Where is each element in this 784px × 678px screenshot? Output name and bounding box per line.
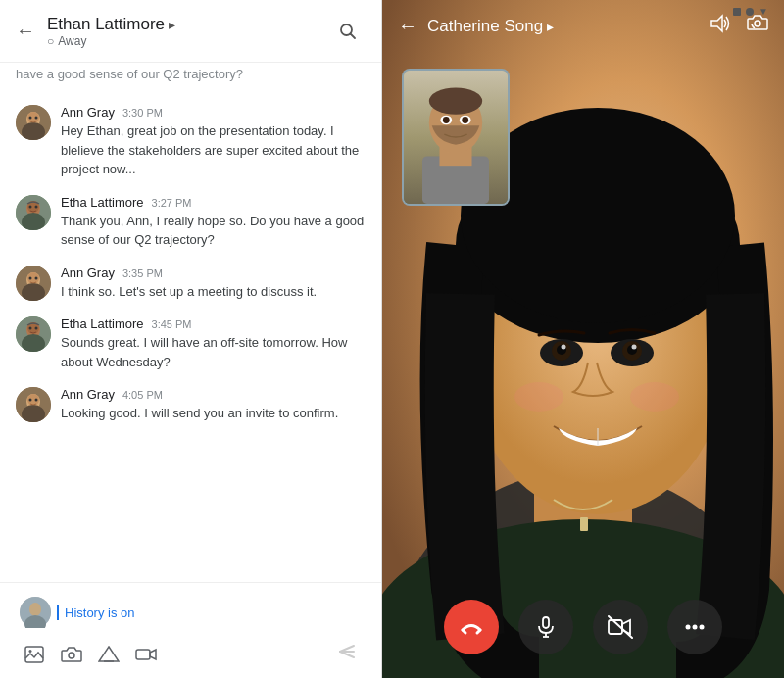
chat-input-area: History is on [0, 582, 381, 678]
chat-panel: ← Ethan Lattimore ▸ ○ Away have a good s… [0, 0, 382, 678]
contact-status: ○ Away [47, 34, 330, 48]
message-text: I think so. Let's set up a meeting to di… [61, 282, 366, 302]
mute-button[interactable] [518, 600, 573, 654]
name-chevron[interactable]: ▸ [169, 17, 175, 32]
chat-messages: Ann Gray 3:30 PM Hey Ethan, great job on… [0, 89, 381, 582]
svg-rect-73 [543, 617, 549, 628]
history-bar: History is on [12, 591, 369, 634]
signal-icon: ▼ [759, 6, 768, 17]
video-off-button[interactable] [593, 600, 648, 654]
avatar [16, 266, 51, 301]
svg-point-79 [686, 625, 691, 630]
video-top-controls [710, 14, 768, 38]
message-content: Ann Gray 3:35 PM I think so. Let's set u… [61, 266, 366, 302]
svg-point-13 [35, 205, 38, 208]
svg-rect-40 [136, 650, 150, 659]
message-content: Ann Gray 3:30 PM Hey Ethan, great job on… [61, 105, 366, 179]
svg-point-66 [429, 87, 482, 114]
svg-point-61 [755, 21, 760, 26]
svg-point-12 [29, 205, 32, 208]
message-meta: Etha Lattimore 3:45 PM [61, 316, 366, 331]
truncated-message: have a good sense of our Q2 trajectory? [0, 63, 381, 89]
svg-point-70 [462, 117, 468, 123]
video-panel: ▼ ← Catherine Song ▸ [382, 0, 784, 678]
avatar [16, 387, 51, 422]
table-row: Etha Lattimore 3:27 PM Thank you, Ann, I… [0, 187, 381, 258]
svg-point-31 [35, 399, 38, 402]
chat-header: ← Ethan Lattimore ▸ ○ Away [0, 0, 381, 63]
svg-rect-59 [580, 517, 588, 531]
svg-line-71 [463, 630, 466, 633]
send-button[interactable] [336, 642, 358, 666]
wifi-icon [746, 8, 754, 16]
message-meta: Ann Gray 4:05 PM [61, 387, 366, 402]
self-view-thumbnail [402, 69, 510, 206]
message-content: Etha Lattimore 3:45 PM Sounds great. I w… [61, 316, 366, 371]
more-options-button[interactable] [667, 600, 722, 654]
battery-icon [733, 8, 741, 16]
message-text: Looking good. I will send you an invite … [61, 404, 366, 423]
message-text: Thank you, Ann, I really hope so. Do you… [61, 212, 366, 250]
message-meta: Ann Gray 3:30 PM [61, 105, 366, 120]
avatar [16, 316, 51, 352]
message-text: Sounds great. I will have an off-site to… [61, 333, 366, 371]
camera-flip-icon[interactable] [747, 14, 768, 38]
table-row: Ann Gray 3:30 PM Hey Ethan, great job on… [0, 97, 381, 187]
svg-point-24 [29, 327, 32, 330]
avatar [16, 105, 51, 140]
chat-toolbar [12, 634, 369, 670]
svg-line-1 [351, 33, 356, 38]
table-row: Ann Gray 3:35 PM I think so. Let's set u… [0, 258, 381, 310]
table-row: Ann Gray 4:05 PM Looking good. I will se… [0, 379, 381, 431]
video-contact-name: Catherine Song ▸ [427, 17, 700, 36]
speaker-icon[interactable] [710, 14, 731, 38]
svg-marker-60 [711, 16, 722, 31]
svg-point-19 [35, 276, 38, 279]
end-call-button[interactable] [444, 600, 499, 654]
contact-name: Ethan Lattimore ▸ [47, 15, 330, 34]
message-meta: Etha Lattimore 3:27 PM [61, 195, 366, 210]
svg-point-6 [29, 117, 32, 120]
svg-point-25 [35, 327, 38, 330]
svg-point-56 [632, 345, 637, 350]
svg-marker-41 [150, 650, 156, 659]
table-row: Etha Lattimore 3:45 PM Sounds great. I w… [0, 309, 381, 379]
svg-point-33 [29, 603, 41, 616]
video-name-chevron[interactable]: ▸ [547, 19, 554, 34]
message-content: Etha Lattimore 3:27 PM Thank you, Ann, I… [61, 195, 366, 250]
svg-point-55 [562, 345, 566, 350]
image-icon[interactable] [24, 644, 45, 665]
back-button[interactable]: ← [16, 20, 35, 42]
svg-point-69 [443, 117, 450, 123]
video-back-button[interactable]: ← [398, 15, 417, 37]
svg-point-80 [693, 625, 698, 630]
video-header: ← Catherine Song ▸ [382, 0, 784, 52]
camera-icon[interactable] [61, 644, 82, 665]
svg-point-37 [69, 653, 74, 658]
status-bar: ▼ [733, 6, 768, 17]
svg-point-57 [514, 382, 564, 412]
svg-point-18 [29, 276, 32, 279]
svg-point-81 [700, 625, 705, 630]
self-view-content [404, 71, 508, 204]
call-controls [382, 600, 784, 654]
video-icon[interactable] [135, 644, 157, 665]
drive-icon[interactable] [98, 644, 120, 665]
svg-point-7 [35, 117, 38, 120]
search-button[interactable] [330, 14, 366, 49]
svg-point-36 [29, 650, 32, 653]
message-text: Hey Ethan, great job on the presentation… [61, 121, 366, 179]
status-symbol: ○ [47, 34, 54, 48]
message-content: Ann Gray 4:05 PM Looking good. I will se… [61, 387, 366, 423]
history-label: History is on [57, 605, 362, 620]
self-view-svg [402, 71, 510, 204]
toolbar-left [24, 644, 157, 665]
svg-point-30 [29, 399, 32, 402]
avatar [16, 195, 51, 230]
chat-header-info: Ethan Lattimore ▸ ○ Away [47, 15, 330, 48]
svg-point-58 [630, 382, 679, 412]
svg-marker-38 [99, 647, 119, 661]
self-avatar [20, 597, 51, 628]
svg-line-72 [477, 630, 480, 633]
message-meta: Ann Gray 3:35 PM [61, 266, 366, 280]
